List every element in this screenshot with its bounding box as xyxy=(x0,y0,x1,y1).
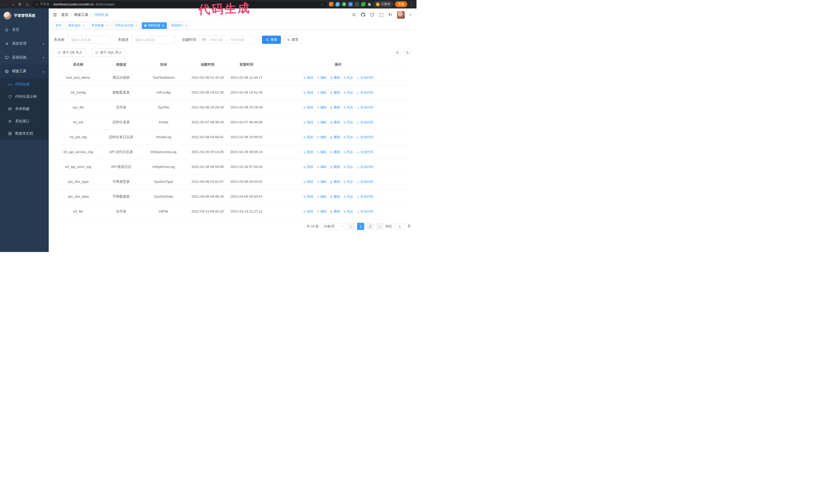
preview-link[interactable]: 预览 xyxy=(303,194,313,199)
sidebar-item-devtools[interactable]: 研发工具 ▴ xyxy=(0,64,49,78)
edit-link[interactable]: ✎ 编辑 xyxy=(317,75,327,80)
sync-link[interactable]: ↻ 同步 xyxy=(343,150,353,154)
address-bar[interactable]: ⚠ 不安全 dashboard.yudao.iocoder.cn /tool/c… xyxy=(32,1,327,7)
sync-link[interactable]: ↻ 同步 xyxy=(343,135,353,140)
tab-close-icon[interactable]: ✕ xyxy=(135,24,138,27)
delete-link[interactable]: 删除 xyxy=(330,165,340,169)
browser-home-icon[interactable]: ⌂ xyxy=(24,1,30,7)
delete-link[interactable]: 删除 xyxy=(330,75,340,80)
generate-code-link[interactable]: 生成代码 xyxy=(357,150,373,154)
generate-code-link[interactable]: 生成代码 xyxy=(357,179,373,184)
github-icon[interactable] xyxy=(361,13,365,17)
sync-link[interactable]: ↻ 同步 xyxy=(343,90,353,95)
table-desc-input[interactable] xyxy=(132,35,175,44)
tab-首页[interactable]: 首页 xyxy=(53,22,64,29)
import-sql-button[interactable]: 基于 SQL 导入 xyxy=(91,48,125,57)
page-button-2[interactable]: 2 xyxy=(366,223,374,230)
generate-code-link[interactable]: 生成代码 xyxy=(357,75,373,80)
extensions-puzzle-icon[interactable] xyxy=(367,2,372,6)
delete-link[interactable]: 删除 xyxy=(330,209,340,214)
font-size-icon[interactable]: TT xyxy=(388,13,392,17)
avatar-caret-down-icon[interactable]: ▾ xyxy=(410,13,411,16)
edit-link[interactable]: ✎ 编辑 xyxy=(317,120,327,125)
edit-link[interactable]: ✎ 编辑 xyxy=(317,209,327,214)
sync-link[interactable]: ↻ 同步 xyxy=(343,194,353,199)
preview-link[interactable]: 预览 xyxy=(303,165,313,169)
sync-link[interactable]: ↻ 同步 xyxy=(343,105,353,110)
edit-link[interactable]: ✎ 编辑 xyxy=(317,135,327,140)
tab-close-icon[interactable]: ✕ xyxy=(105,24,108,27)
tab-表单构建[interactable]: 表单构建 ✕ xyxy=(89,22,111,29)
generate-code-link[interactable]: 生成代码 xyxy=(357,120,373,125)
browser-forward-icon[interactable]: → xyxy=(10,1,16,7)
generate-code-link[interactable]: 生成代码 xyxy=(357,209,373,214)
tab-close-icon[interactable]: ✕ xyxy=(82,24,85,27)
sync-link[interactable]: ↻ 同步 xyxy=(343,165,353,169)
tab-代码生成示例[interactable]: 代码生成示例 ✕ xyxy=(112,22,140,29)
start-date-input[interactable] xyxy=(207,38,225,42)
import-db-button[interactable]: 基于 DB 导入 xyxy=(54,48,86,57)
leaf-extension-icon[interactable] xyxy=(361,2,365,6)
fullscreen-icon[interactable] xyxy=(379,13,383,17)
generate-code-link[interactable]: 生成代码 xyxy=(357,165,373,169)
tab-系统接口[interactable]: 系统接口 ✕ xyxy=(168,22,190,29)
end-date-input[interactable] xyxy=(229,38,246,42)
sync-link[interactable]: ↻ 同步 xyxy=(343,179,353,184)
reset-button[interactable]: ↻ 重置 xyxy=(284,35,302,44)
toggle-search-button[interactable] xyxy=(394,49,401,56)
paused-badge[interactable]: 已暂停 xyxy=(374,1,393,7)
sidebar-item-system-api[interactable]: 系统接口 xyxy=(0,115,49,127)
preview-link[interactable]: 预览 xyxy=(303,90,313,95)
refresh-table-button[interactable]: ↻ xyxy=(404,49,411,56)
breadcrumb-devtools[interactable]: 研发工具 xyxy=(74,13,89,17)
wallet-extension-icon[interactable] xyxy=(355,2,359,6)
edit-link[interactable]: ✎ 编辑 xyxy=(317,150,327,154)
sidebar-item-infrastructure[interactable]: 基础设施 ▾ xyxy=(0,50,49,64)
preview-link[interactable]: 预览 xyxy=(303,135,313,140)
sidebar-item-form-builder[interactable]: 表单构建 xyxy=(0,103,49,115)
delete-link[interactable]: 删除 xyxy=(330,135,340,140)
search-icon[interactable] xyxy=(352,13,356,17)
preview-link[interactable]: 预览 xyxy=(303,209,313,214)
tab-链路追踪[interactable]: 链路追踪 ✕ xyxy=(66,22,88,29)
help-icon[interactable]: ? xyxy=(370,13,375,17)
browser-reload-icon[interactable]: ↻ xyxy=(17,1,23,7)
sidebar-item-system[interactable]: ⚙ 系统管理 ▾ xyxy=(0,37,49,50)
delete-link[interactable]: 删除 xyxy=(330,194,340,199)
edit-link[interactable]: ✎ 编辑 xyxy=(317,90,327,95)
tab-代码生成[interactable]: 代码生成 ✕ xyxy=(142,22,167,29)
page-button-1[interactable]: 1 xyxy=(357,223,364,230)
generate-code-link[interactable]: 生成代码 xyxy=(357,194,373,199)
people-extension-icon[interactable]: •• xyxy=(348,2,353,6)
goto-page-input[interactable] xyxy=(395,223,405,230)
update-button[interactable]: 更新 xyxy=(395,1,407,7)
delete-link[interactable]: 删除 xyxy=(330,120,340,125)
sidebar-toggle-icon[interactable] xyxy=(53,13,57,17)
edit-link[interactable]: ✎ 编辑 xyxy=(317,179,327,184)
generate-code-link[interactable]: 生成代码 xyxy=(357,105,373,110)
generate-code-link[interactable]: 生成代码 xyxy=(357,90,373,95)
sidebar-item-codegen-example[interactable]: 代码生成示例 xyxy=(0,91,49,103)
sidebar-item-home[interactable]: 首页 xyxy=(0,23,49,37)
sync-link[interactable]: ↻ 同步 xyxy=(343,75,353,80)
preview-link[interactable]: 预览 xyxy=(303,120,313,125)
bookmark-star-icon[interactable]: ☆ xyxy=(320,2,324,6)
v-extension-icon[interactable]: V xyxy=(342,2,346,6)
table-name-input[interactable] xyxy=(68,35,111,44)
preview-link[interactable]: 预览 xyxy=(303,105,313,110)
edit-link[interactable]: ✎ 编辑 xyxy=(317,194,327,199)
search-button[interactable]: 搜索 xyxy=(262,35,281,44)
tab-close-icon[interactable]: ✕ xyxy=(162,24,164,27)
user-avatar[interactable] xyxy=(397,11,405,19)
sync-link[interactable]: ↻ 同步 xyxy=(343,120,353,125)
breadcrumb-home[interactable]: 首页 xyxy=(61,13,68,17)
edit-link[interactable]: ✎ 编辑 xyxy=(317,165,327,169)
preview-link[interactable]: 预览 xyxy=(303,150,313,154)
tab-close-icon[interactable]: ✕ xyxy=(185,24,188,27)
delete-link[interactable]: 删除 xyxy=(330,150,340,154)
preview-link[interactable]: 预览 xyxy=(303,179,313,184)
sidebar-item-codegen[interactable]: </> 代码生成 xyxy=(0,78,49,91)
generate-code-link[interactable]: 生成代码 xyxy=(357,135,373,140)
delete-link[interactable]: 删除 xyxy=(330,105,340,110)
sync-link[interactable]: ↻ 同步 xyxy=(343,209,353,214)
